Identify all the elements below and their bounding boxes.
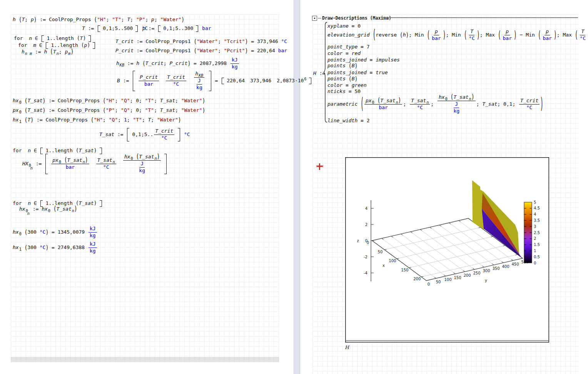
svg-text:4: 4	[534, 212, 536, 216]
formula-for-n-T[interactable]: for n ∈ 1..length (T)	[14, 35, 92, 42]
svg-text:100: 100	[444, 278, 451, 282]
draw-line-color-green[interactable]: color = green	[327, 83, 367, 88]
formula-hx1-300C-result[interactable]: hx1 (300 °C) = 2749,6388 kJkg	[13, 241, 98, 254]
formula-T-crit[interactable]: T_crit := CoolProp_Props1 ("Water"; "Tcr…	[115, 39, 287, 45]
svg-text:1.5: 1.5	[534, 243, 540, 247]
svg-text:0: 0	[428, 282, 430, 286]
formula-HX0-matrix[interactable]: HX0n := px0 (T_satn)barT_satn°Chx0 (T_sa…	[22, 154, 167, 174]
svg-text:z: z	[357, 239, 359, 243]
svg-text:1: 1	[534, 249, 536, 253]
svg-text:50: 50	[378, 250, 383, 254]
svg-text:200: 200	[463, 273, 471, 278]
page-separator	[294, 0, 300, 374]
svg-text:x: x	[383, 263, 385, 268]
draw-line-points-joined-true[interactable]: points_joined = true	[327, 70, 388, 76]
svg-text:0: 0	[367, 241, 369, 245]
svg-text:0: 0	[534, 261, 536, 265]
draw-line-points-B-2[interactable]: points (B)	[327, 76, 357, 82]
header-rule	[383, 17, 578, 18]
draw-line-color-red[interactable]: color = red	[327, 51, 361, 57]
worksheet-left-bottom-strip	[11, 357, 279, 362]
svg-text:4: 4	[365, 206, 368, 211]
svg-text:300: 300	[483, 269, 490, 273]
formula-p-range[interactable]: p := 0,1;5..300 bar	[142, 25, 211, 32]
plot-3d-region[interactable]: 420-2-4z050100150200x0501001502002503003…	[345, 157, 549, 342]
formula-h-definition[interactable]: h (T; p) := CoolProp_Props ("H"; "T"; T;…	[13, 17, 184, 23]
plot-variable-label: H	[345, 344, 349, 350]
draw-line-parametric[interactable]: parametric (px0 (T_satn)bar; T_satn°C; h…	[327, 95, 543, 114]
formula-px0-definition[interactable]: px0 (T_sat) := CoolProp_Props ("P"; "Q";…	[13, 108, 205, 113]
draw-line-points-B-1[interactable]: points (B)	[327, 63, 357, 69]
draw-line-xyplane[interactable]: xyplane = 0	[327, 23, 361, 29]
svg-text:2.5: 2.5	[534, 231, 540, 235]
collapse-region-icon[interactable]	[312, 16, 317, 21]
formula-T-sat-range[interactable]: T_sat := 0,1;5..T_crit°C °C	[99, 128, 190, 141]
formula-P-crit[interactable]: P_crit := CoolProp_Props1 ("Water"; "Pcr…	[115, 48, 287, 54]
svg-text:50: 50	[436, 280, 441, 284]
svg-text:2: 2	[365, 223, 368, 227]
draw-line-point-type[interactable]: point_type = 7	[327, 44, 370, 50]
region-header: Draw-Descriptions (Maxima)	[312, 15, 391, 21]
svg-text:150: 150	[454, 276, 461, 280]
draw-line-nticks[interactable]: nticks = 50	[327, 89, 361, 95]
formula-hx0-n-assign[interactable]: hx0n := hx0 (T_satn)	[19, 206, 77, 212]
formula-B-matrix[interactable]: B := P_critbarT_crit°ChKBJkg = 220,64373…	[117, 71, 312, 91]
svg-text:-2: -2	[364, 255, 368, 259]
formula-hx0-300C-result[interactable]: hx0 (300 °C) = 1345,0079 kJkg	[13, 226, 98, 239]
svg-text:5: 5	[534, 200, 536, 204]
svg-text:250: 250	[473, 271, 480, 275]
svg-text:0.5: 0.5	[534, 255, 540, 259]
svg-text:350: 350	[492, 266, 499, 271]
formula-for-m-p[interactable]: for m ∈ 1..length (p)	[18, 42, 96, 49]
header-dash	[318, 18, 321, 18]
formula-hx0-definition[interactable]: hx0 (T_sat) := CoolProp_Props ("H"; "Q";…	[13, 98, 205, 104]
insertion-cursor[interactable]	[315, 163, 324, 170]
svg-text:200: 200	[413, 277, 421, 281]
draw-line-elevation-grid[interactable]: elevation_grid (reverse (h); Min (pbar);…	[327, 29, 588, 42]
formula-h-nm-assign[interactable]: hn m := h (Tn; pm)	[22, 49, 74, 55]
draw-line-line-width[interactable]: line_width = 2	[327, 118, 370, 124]
formula-h-KB[interactable]: hKB := h (T_crit; P_crit) = 2087,2998 kJ…	[116, 57, 240, 70]
region-title: Draw-Descriptions (Maxima)	[322, 15, 391, 21]
svg-text:-4: -4	[364, 271, 368, 275]
svg-text:3.5: 3.5	[534, 218, 540, 223]
svg-text:100: 100	[389, 259, 396, 263]
draw-line-points-joined-impulses[interactable]: points_joined = impulses	[327, 57, 400, 63]
system-brace	[324, 22, 327, 124]
svg-text:2: 2	[534, 236, 536, 241]
svg-text:y: y	[485, 278, 487, 283]
svg-text:150: 150	[401, 268, 408, 272]
formula-hx1-definition[interactable]: hx1 (T) := CoolProp_Props ("H"; "Q"; 1; …	[13, 117, 181, 123]
svg-text:4.5: 4.5	[534, 206, 540, 210]
svg-text:450: 450	[511, 262, 519, 266]
svg-text:3: 3	[534, 224, 536, 229]
surface-plot[interactable]: 420-2-4z050100150200x0501001502002503003…	[345, 157, 549, 342]
formula-for-n-Tsat-1[interactable]: for n ∈ 1..length (T_sat)	[13, 148, 103, 154]
formula-T-range[interactable]: T := 0,1;5..500 °C	[82, 25, 148, 32]
svg-text:400: 400	[502, 264, 509, 269]
smath-canvas: h (T; p) := CoolProp_Props ("H"; "T"; T;…	[0, 0, 588, 374]
